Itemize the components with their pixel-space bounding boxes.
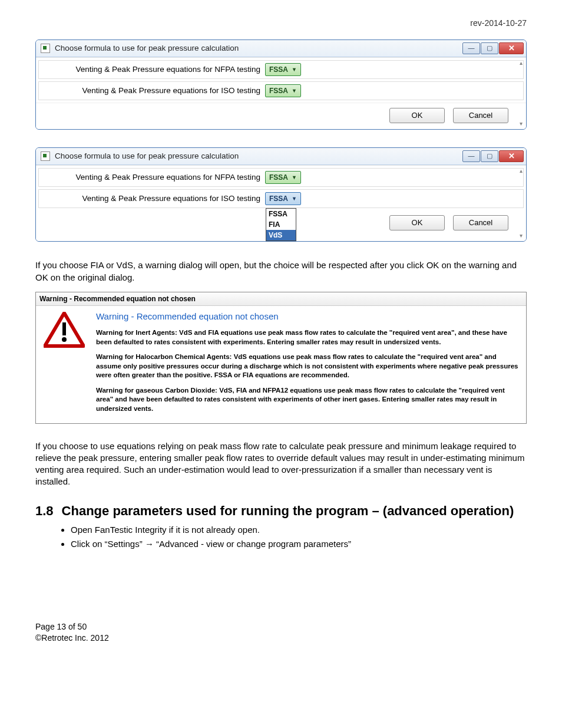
minimize-button[interactable]: —: [462, 150, 480, 162]
maximize-button[interactable]: ▢: [481, 42, 498, 54]
copyright: ©Retrotec Inc. 2012: [35, 633, 527, 644]
iso-row: Venting & Peak Pressure equations for IS…: [38, 189, 524, 208]
titlebar[interactable]: Choose formula to use for peak pressure …: [36, 148, 526, 165]
ok-button[interactable]: OK: [389, 215, 445, 230]
chevron-down-icon: ▼: [292, 195, 297, 202]
chevron-down-icon: ▼: [292, 174, 297, 181]
nfpa-row: Venting & Peak Pressure equations for NF…: [38, 60, 524, 79]
minimize-button[interactable]: —: [462, 42, 480, 54]
step-2-part-b: “Advanced - view or change program param…: [156, 539, 351, 549]
page-number: Page 13 of 50: [35, 621, 527, 633]
section-heading: 1.8 Change parameters used for running t…: [35, 502, 527, 520]
iso-row: Venting & Peak Pressure equations for IS…: [38, 81, 524, 100]
warning-dialog: Warning - Recommended equation not chose…: [35, 292, 527, 424]
nfpa-combo[interactable]: FSSA ▼: [265, 171, 301, 184]
iso-combo-open[interactable]: FSSA ▼: [265, 192, 301, 205]
section-number: 1.8: [35, 502, 54, 520]
maximize-button[interactable]: ▢: [481, 150, 498, 162]
iso-label: Venting & Peak Pressure equations for IS…: [42, 85, 260, 96]
dialog-title: Choose formula to use for peak pressure …: [55, 43, 239, 54]
close-button[interactable]: ✕: [499, 150, 524, 162]
warning-msg-2: Warning for Halocarbon Chemical Agents: …: [96, 353, 520, 380]
option-fia[interactable]: FIA: [266, 219, 296, 230]
warning-msg-1: Warning for Inert Agents: VdS and FIA eq…: [96, 328, 520, 347]
iso-combo[interactable]: FSSA ▼: [265, 84, 301, 97]
iso-combo-dropdown: FSSA FIA VdS: [266, 208, 296, 242]
scroll-down-icon[interactable]: ▾: [517, 232, 525, 240]
revision-label: rev-2014-10-27: [35, 18, 527, 29]
svg-point-2: [62, 337, 67, 342]
svg-rect-1: [62, 322, 66, 335]
combo-value: FSSA: [269, 86, 288, 95]
step-1: Open FanTestic Integrity if it is not al…: [71, 524, 527, 536]
nfpa-row: Venting & Peak Pressure equations for NF…: [38, 168, 524, 187]
warning-titlebar: Warning - Recommended equation not chose…: [36, 292, 526, 306]
formula-dialog-1: Choose formula to use for peak pressure …: [35, 39, 527, 130]
nfpa-label: Venting & Peak Pressure equations for NF…: [42, 64, 260, 75]
app-icon: [41, 151, 50, 161]
step-2-part-a: Click on “Settings”: [71, 539, 145, 549]
app-icon: [41, 44, 50, 53]
combo-value: FSSA: [269, 65, 288, 74]
cancel-button[interactable]: Cancel: [453, 215, 508, 230]
warning-icon: [44, 312, 85, 348]
warning-headline: Warning - Recommended equation not chose…: [96, 311, 520, 322]
scroll-down-icon[interactable]: ▾: [517, 120, 525, 128]
warning-msg-3: Warning for gaseous Carbon Dioxide: VdS,…: [96, 386, 520, 414]
close-button[interactable]: ✕: [499, 42, 524, 54]
scroll-up-icon[interactable]: ▴: [517, 59, 525, 67]
titlebar[interactable]: Choose formula to use for peak pressure …: [36, 40, 526, 57]
chevron-down-icon: ▼: [292, 87, 297, 94]
paragraph-2: If you choose to use equations relying o…: [35, 440, 527, 488]
combo-value: FSSA: [269, 194, 288, 203]
nfpa-combo[interactable]: FSSA ▼: [265, 63, 301, 76]
dialog-title: Choose formula to use for peak pressure …: [55, 151, 239, 162]
section-title: Change parameters used for running the p…: [62, 502, 514, 520]
step-2: Click on “Settings” → “Advanced - view o…: [71, 538, 527, 550]
iso-label: Venting & Peak Pressure equations for IS…: [42, 193, 260, 204]
paragraph-1: If you choose FIA or VdS, a warning dial…: [35, 259, 527, 284]
arrow-right-icon: →: [145, 539, 154, 549]
option-vds[interactable]: VdS: [266, 230, 296, 241]
formula-dialog-2: Choose formula to use for peak pressure …: [35, 147, 527, 242]
option-fssa[interactable]: FSSA: [266, 209, 296, 219]
scroll-up-icon[interactable]: ▴: [517, 167, 525, 175]
ok-button[interactable]: OK: [389, 108, 445, 123]
nfpa-label: Venting & Peak Pressure equations for NF…: [42, 172, 260, 183]
combo-value: FSSA: [269, 173, 288, 182]
cancel-button[interactable]: Cancel: [453, 108, 508, 123]
chevron-down-icon: ▼: [292, 66, 297, 73]
